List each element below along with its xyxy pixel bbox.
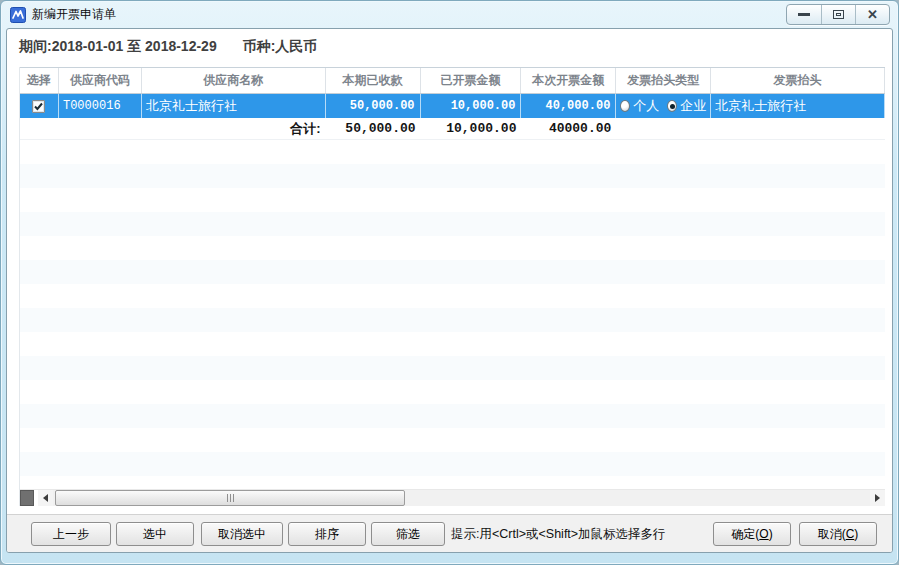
check-icon (33, 101, 44, 112)
row-select-checkbox[interactable] (32, 100, 45, 113)
app-icon (10, 7, 26, 23)
radio-personal-label[interactable]: 个人 (633, 97, 659, 115)
client-area: 期间:2018-01-01 至 2018-12-29币种:人民币 选择 供应商代… (6, 28, 893, 553)
close-icon: ✕ (867, 8, 878, 21)
table-header-row: 选择 供应商代码 供应商名称 本期已收款 已开票金额 本次开票金额 发票抬头类型… (20, 67, 885, 94)
footer-bar: 上一步 选中 取消选中 排序 筛选 提示:用<Crtl>或<Shift>加鼠标选… (7, 514, 892, 552)
previous-step-button[interactable]: 上一步 (31, 522, 111, 546)
column-header-current-invoice[interactable]: 本次开票金额 (521, 68, 616, 93)
minimize-button[interactable] (787, 5, 821, 24)
column-header-received[interactable]: 本期已收款 (326, 68, 421, 93)
ok-button[interactable]: 确定(O) (713, 522, 791, 546)
supplier-name-cell: 北京礼士旅行社 (142, 94, 326, 118)
received-amount-cell: 50,000.00 (326, 94, 421, 118)
invoice-application-window: 新编开票申请单 ✕ 期间:2018-01-01 至 2018-12-29币种:人… (0, 0, 899, 565)
maximize-icon (833, 10, 844, 19)
table-empty-area (20, 140, 885, 489)
invoiced-amount-cell: 10,000.00 (421, 94, 522, 118)
filter-button[interactable]: 筛选 (371, 522, 445, 546)
column-header-title-type[interactable]: 发票抬头类型 (616, 68, 711, 93)
arrow-left-icon (43, 494, 48, 502)
period-range-text: 期间:2018-01-01 至 2018-12-29 (19, 38, 217, 54)
row-select-cell (20, 94, 59, 118)
total-label: 合计: (142, 118, 326, 139)
maximize-button[interactable] (821, 5, 855, 24)
period-bar: 期间:2018-01-01 至 2018-12-29币种:人民币 (19, 38, 317, 56)
total-current-invoice-amount: 40000.00 (521, 118, 616, 139)
close-button[interactable]: ✕ (855, 5, 889, 24)
column-header-supplier-code[interactable]: 供应商代码 (59, 68, 142, 93)
select-button[interactable]: 选中 (116, 522, 194, 546)
table-total-row: 合计: 50,000.00 10,000.00 40000.00 (20, 118, 885, 140)
sort-button[interactable]: 排序 (288, 522, 366, 546)
invoice-title-cell: 北京礼士旅行社 (711, 94, 885, 118)
grip-icon (230, 494, 231, 502)
supplier-code-cell: T0000016 (59, 94, 142, 118)
arrow-right-icon (875, 494, 880, 502)
screen: 新编开票申请单 ✕ 期间:2018-01-01 至 2018-12-29币种:人… (0, 0, 899, 565)
total-received-amount: 50,000.00 (326, 118, 421, 139)
cancel-button[interactable]: 取消(C) (799, 522, 877, 546)
currency-text: 币种:人民币 (243, 38, 318, 54)
supplier-invoice-table: 选择 供应商代码 供应商名称 本期已收款 已开票金额 本次开票金额 发票抬头类型… (19, 67, 885, 506)
grid-corner-box (20, 490, 34, 506)
table-row[interactable]: T0000016 北京礼士旅行社 50,000.00 10,000.00 40,… (20, 94, 885, 118)
column-header-supplier-name[interactable]: 供应商名称 (142, 68, 326, 93)
invoice-title-type-cell: 个人 企业 (616, 94, 711, 118)
radio-personal[interactable] (620, 100, 630, 112)
scrollbar-thumb[interactable] (55, 490, 405, 506)
deselect-button[interactable]: 取消选中 (201, 522, 283, 546)
current-invoice-amount-cell: 40,000.00 (521, 94, 616, 118)
minimize-icon (798, 13, 810, 16)
window-title: 新编开票申请单 (32, 6, 116, 23)
horizontal-scrollbar[interactable] (20, 489, 885, 506)
total-invoiced-amount: 10,000.00 (421, 118, 522, 139)
scroll-right-button[interactable] (870, 490, 885, 506)
multi-select-hint: 提示:用<Crtl>或<Shift>加鼠标选择多行 (451, 515, 666, 553)
column-header-invoiced[interactable]: 已开票金额 (421, 68, 522, 93)
radio-company[interactable] (667, 100, 677, 112)
titlebar[interactable]: 新编开票申请单 ✕ (1, 1, 898, 28)
column-header-invoice-title[interactable]: 发票抬头 (711, 68, 885, 93)
scroll-left-button[interactable] (38, 490, 53, 506)
radio-company-label[interactable]: 企业 (680, 97, 706, 115)
scrollbar-track[interactable] (53, 490, 870, 506)
column-header-select[interactable]: 选择 (20, 68, 59, 93)
caption-buttons: ✕ (786, 4, 890, 25)
